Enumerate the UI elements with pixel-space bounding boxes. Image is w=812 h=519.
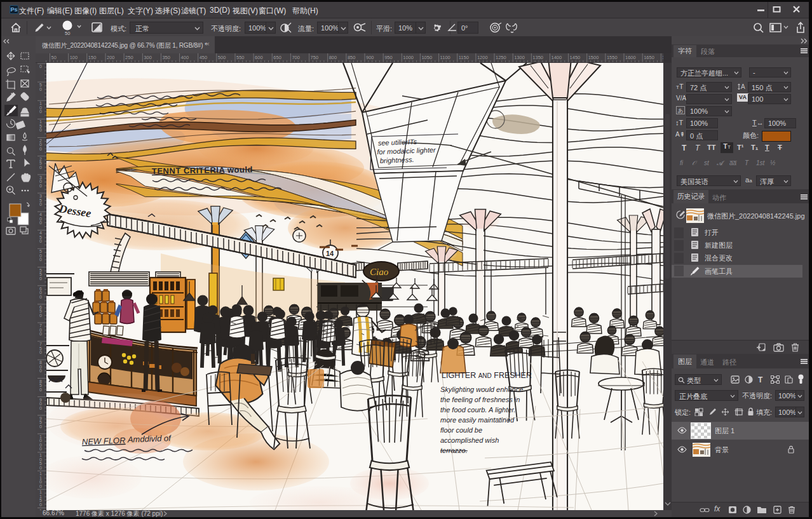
svg-text:300: 300 xyxy=(144,55,152,60)
svg-text:LIGHTER AND FRESHER: LIGHTER AND FRESHER xyxy=(442,371,532,380)
svg-text:400: 400 xyxy=(39,212,42,225)
svg-text:TENNT CRITERIA would: TENNT CRITERIA would xyxy=(152,165,253,176)
svg-text:1450: 1450 xyxy=(570,55,581,60)
svg-text:400: 400 xyxy=(181,55,189,60)
svg-text:750: 750 xyxy=(311,55,319,60)
svg-text:1650: 1650 xyxy=(644,55,654,60)
svg-text:500: 500 xyxy=(39,249,42,262)
svg-text:650: 650 xyxy=(39,305,42,318)
svg-text:450: 450 xyxy=(200,55,208,60)
svg-text:300: 300 xyxy=(39,175,42,188)
svg-text:Ciao: Ciao xyxy=(370,267,389,277)
svg-text:650: 650 xyxy=(273,55,281,60)
svg-text:850: 850 xyxy=(348,55,356,60)
svg-text:1100: 1100 xyxy=(39,471,42,489)
svg-text:A: A xyxy=(741,83,745,90)
svg-text:50: 50 xyxy=(39,83,42,91)
svg-text:900: 900 xyxy=(366,55,374,60)
svg-text:700: 700 xyxy=(39,323,42,336)
svg-text:350: 350 xyxy=(39,194,42,206)
svg-text:100: 100 xyxy=(39,101,42,114)
svg-text:1050: 1050 xyxy=(39,453,42,470)
svg-text:Amddivld of: Amddivld of xyxy=(127,433,172,444)
svg-text:850: 850 xyxy=(39,379,42,392)
svg-text:800: 800 xyxy=(329,55,337,60)
svg-text:250: 250 xyxy=(125,55,133,60)
svg-text:250: 250 xyxy=(39,157,42,170)
svg-text:600: 600 xyxy=(255,55,263,60)
svg-text:1000: 1000 xyxy=(403,55,414,60)
svg-text:terrazzo.: terrazzo. xyxy=(440,447,468,454)
svg-text:1400: 1400 xyxy=(551,55,562,60)
svg-text:1300: 1300 xyxy=(514,55,525,60)
svg-text:1050: 1050 xyxy=(421,55,432,60)
svg-text:see utilierITs: see utilierITs xyxy=(378,138,417,147)
svg-text:1250: 1250 xyxy=(496,55,506,60)
svg-text:100: 100 xyxy=(70,55,78,60)
svg-text:600: 600 xyxy=(39,286,42,299)
svg-text:the feeling of freshness in: the feeling of freshness in xyxy=(440,396,520,403)
svg-text:Skylighting would enhance: Skylighting would enhance xyxy=(440,386,523,393)
svg-text:1150: 1150 xyxy=(39,490,42,507)
svg-text:350: 350 xyxy=(162,55,170,60)
svg-text:accomplished wish: accomplished wish xyxy=(440,436,499,444)
svg-text:the food courb. A lighter.: the food courb. A lighter. xyxy=(440,406,516,414)
svg-text:1350: 1350 xyxy=(532,55,543,60)
svg-text:450: 450 xyxy=(39,231,42,243)
svg-text:1500: 1500 xyxy=(588,55,599,60)
svg-text:200: 200 xyxy=(39,138,42,151)
svg-text:1150: 1150 xyxy=(459,55,469,60)
svg-text:800: 800 xyxy=(39,360,42,373)
svg-text:50: 50 xyxy=(51,55,57,60)
svg-text:150: 150 xyxy=(88,55,97,60)
svg-text:NEW FLOR: NEW FLOR xyxy=(82,436,126,447)
svg-text:1100: 1100 xyxy=(440,55,450,60)
svg-text:14: 14 xyxy=(326,250,334,257)
svg-text:brightness.: brightness. xyxy=(380,156,414,165)
svg-text:more easily maintatined: more easily maintatined xyxy=(440,416,515,424)
svg-text:1600: 1600 xyxy=(625,55,636,60)
svg-text:500: 500 xyxy=(218,55,226,60)
svg-text:1000: 1000 xyxy=(39,435,42,452)
svg-text:200: 200 xyxy=(107,55,115,60)
svg-text:950: 950 xyxy=(384,55,393,60)
svg-text:0: 0 xyxy=(39,64,42,69)
svg-text:750: 750 xyxy=(39,342,42,354)
svg-text:floor could be: floor could be xyxy=(440,426,482,434)
svg-text:1550: 1550 xyxy=(607,55,618,60)
svg-text:550: 550 xyxy=(39,268,42,281)
svg-text:150: 150 xyxy=(39,119,42,132)
svg-text:550: 550 xyxy=(236,55,245,60)
svg-text:50: 50 xyxy=(65,30,70,36)
svg-text:1200: 1200 xyxy=(477,55,488,60)
svg-text:1700: 1700 xyxy=(662,55,663,60)
svg-text:700: 700 xyxy=(292,55,300,60)
svg-text:950: 950 xyxy=(39,416,42,429)
svg-text:900: 900 xyxy=(39,398,42,410)
